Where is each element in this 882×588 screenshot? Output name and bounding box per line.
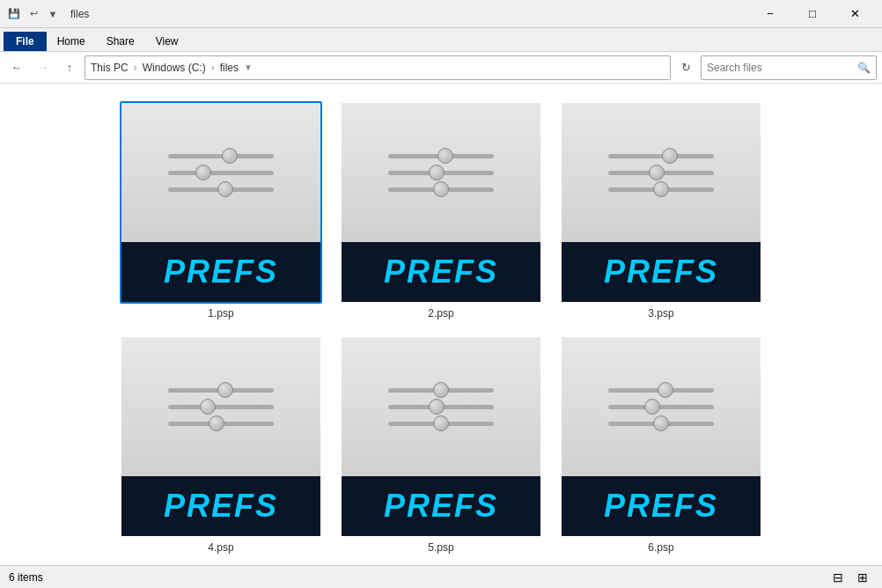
slider-row-2 — [168, 187, 274, 192]
prefs-label: PREFS — [604, 488, 718, 525]
prefs-label: PREFS — [604, 254, 718, 290]
file-icon-upper-3 — [562, 103, 761, 242]
slider-thumb — [195, 165, 211, 180]
slider-row-0 — [608, 388, 714, 393]
close-button[interactable]: ✕ — [834, 1, 875, 27]
refresh-button[interactable]: ↻ — [674, 56, 697, 79]
address-bar-chevron: ▼ — [244, 62, 253, 72]
slider-row-2 — [168, 422, 274, 426]
slider-track — [608, 388, 714, 393]
details-view-button[interactable]: ⊟ — [827, 569, 849, 586]
slider-track — [608, 171, 714, 175]
file-icon-lower-5: PREFS — [342, 476, 540, 536]
slider-row-1 — [388, 405, 494, 409]
file-name-4: 4.psp — [208, 541, 233, 554]
slider-thumb — [222, 148, 238, 164]
breadcrumb-windows[interactable]: Windows (C:) — [143, 62, 206, 74]
slider-row-2 — [388, 187, 494, 192]
slider-row-2 — [608, 422, 714, 426]
slider-thumb — [200, 399, 216, 415]
breadcrumb-sep-1: › — [134, 62, 137, 74]
tab-file[interactable]: File — [4, 32, 47, 51]
ribbon-tabs: File Home Share View — [0, 28, 882, 51]
slider-row-0 — [168, 388, 274, 393]
slider-row-1 — [388, 171, 494, 175]
slider-track — [168, 422, 274, 426]
slider-thumb — [662, 148, 678, 164]
slider-track — [168, 154, 274, 158]
file-item-5[interactable]: PREFS5.psp — [335, 332, 547, 557]
slider-row-1 — [168, 171, 274, 175]
main-content: PREFS1.pspPREFS2.pspPREFS3.pspPREFS4.psp… — [0, 84, 882, 565]
breadcrumb-sep-2: › — [211, 62, 215, 74]
forward-button[interactable]: → — [32, 56, 55, 79]
ribbon: File Home Share View — [0, 28, 882, 52]
slider-track — [168, 388, 274, 393]
slider-thumb — [649, 165, 665, 180]
file-icon-6: PREFS — [560, 335, 762, 538]
tab-home[interactable]: Home — [47, 32, 96, 51]
slider-thumb — [429, 399, 445, 415]
title-bar-controls: − □ ✕ — [750, 1, 875, 27]
item-count: 6 items — [9, 571, 43, 584]
search-input[interactable] — [707, 62, 854, 74]
title-bar-icons: 💾 ↩ ▼ — [7, 7, 60, 21]
back-button[interactable]: ← — [5, 56, 28, 79]
breadcrumb-this-pc[interactable]: This PC — [91, 62, 129, 74]
slider-track — [608, 154, 714, 158]
file-icon-4: PREFS — [120, 335, 322, 538]
file-icon-lower-4: PREFS — [121, 476, 320, 536]
window-title: files — [70, 8, 89, 20]
breadcrumb-files[interactable]: files — [220, 62, 239, 74]
slider-thumb — [209, 415, 224, 431]
slider-row-0 — [608, 154, 714, 158]
slider-row-2 — [608, 187, 714, 192]
file-item-4[interactable]: PREFS4.psp — [115, 332, 327, 557]
file-item-3[interactable]: PREFS3.psp — [555, 98, 767, 323]
file-icon-upper-6 — [562, 337, 761, 476]
maximize-button[interactable]: □ — [792, 1, 833, 27]
file-name-6: 6.psp — [648, 541, 673, 554]
slider-row-0 — [388, 388, 494, 393]
slider-track — [388, 171, 494, 175]
prefs-label: PREFS — [384, 488, 498, 525]
slider-row-1 — [168, 405, 274, 409]
file-icon-lower-1: PREFS — [121, 242, 320, 302]
nav-bar: ← → ↑ This PC › Windows (C:) › files ▼ ↻… — [0, 52, 882, 84]
file-icon-upper-4 — [121, 337, 320, 476]
slider-track — [388, 388, 494, 393]
slider-row-0 — [168, 154, 274, 158]
slider-row-2 — [388, 422, 494, 426]
file-icon-upper-5 — [342, 337, 540, 476]
file-icon-lower-2: PREFS — [342, 242, 540, 302]
search-bar[interactable]: 🔍 — [701, 55, 877, 80]
prefs-label: PREFS — [164, 488, 278, 525]
file-item-1[interactable]: PREFS1.psp — [115, 98, 327, 323]
file-item-6[interactable]: PREFS6.psp — [555, 332, 767, 557]
file-item-2[interactable]: PREFS2.psp — [335, 98, 547, 323]
large-icons-view-button[interactable]: ⊞ — [852, 569, 873, 586]
file-name-5: 5.psp — [428, 541, 453, 554]
file-name-1: 1.psp — [208, 307, 233, 320]
slider-thumb — [217, 181, 233, 197]
tab-share[interactable]: Share — [96, 32, 145, 51]
title-bar: 💾 ↩ ▼ files − □ ✕ — [0, 0, 882, 28]
slider-thumb — [217, 382, 233, 398]
view-controls: ⊟ ⊞ — [827, 569, 873, 586]
status-bar: 6 items ⊟ ⊞ — [0, 565, 882, 588]
slider-thumb — [653, 181, 669, 197]
up-button[interactable]: ↑ — [58, 56, 81, 79]
slider-track — [388, 154, 494, 158]
address-bar[interactable]: This PC › Windows (C:) › files ▼ — [85, 55, 671, 80]
undo-icon: ↩ — [26, 7, 40, 21]
save-icon: 💾 — [7, 7, 21, 21]
minimize-button[interactable]: − — [750, 1, 790, 27]
file-name-3: 3.psp — [648, 307, 673, 320]
slider-thumb — [644, 399, 660, 415]
tab-view[interactable]: View — [145, 32, 189, 51]
file-icon-upper-1 — [121, 103, 320, 242]
slider-thumb — [437, 148, 453, 164]
slider-row-0 — [388, 154, 494, 158]
slider-track — [608, 422, 714, 426]
slider-track — [168, 187, 274, 192]
